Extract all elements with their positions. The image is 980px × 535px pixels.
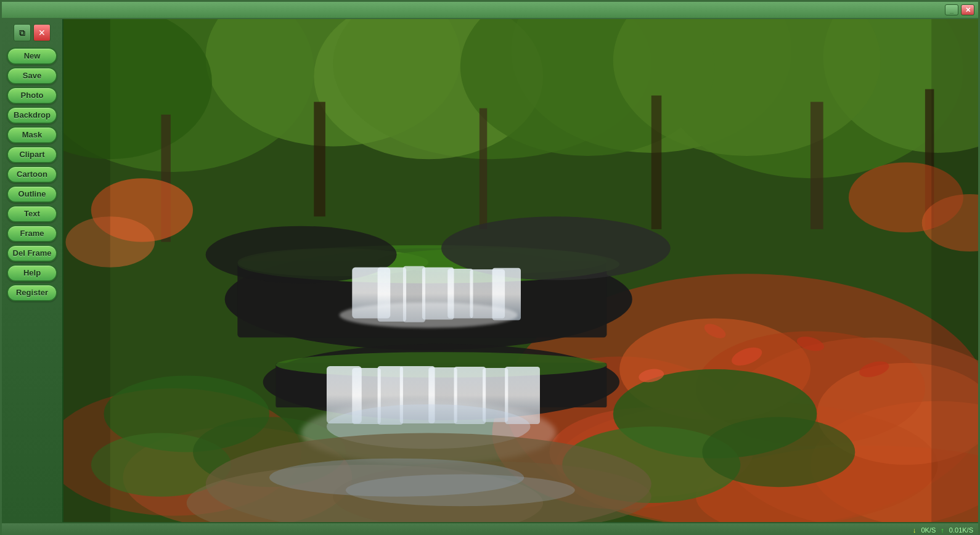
new-button[interactable]: New bbox=[7, 47, 57, 65]
svg-rect-15 bbox=[811, 102, 823, 229]
text-button[interactable]: Text bbox=[7, 205, 57, 223]
status-bar: ↓ 0K/S ↑ 0.01K/S bbox=[2, 522, 978, 535]
sidebar-icons: ⧉ ✕ bbox=[14, 24, 51, 41]
main-area: ⧉ ✕ New Save Photo Backdrop Mask Clipart… bbox=[2, 19, 978, 522]
copy-icon[interactable]: ⧉ bbox=[14, 24, 31, 41]
del-frame-button[interactable]: Del Frame bbox=[7, 245, 57, 262]
save-button[interactable]: Save bbox=[7, 67, 57, 84]
svg-point-41 bbox=[702, 417, 855, 488]
svg-rect-77 bbox=[63, 19, 110, 522]
svg-rect-78 bbox=[931, 19, 978, 522]
waterfall-scene bbox=[63, 19, 978, 522]
close-button[interactable]: ✕ bbox=[961, 4, 974, 15]
photo-display bbox=[63, 19, 978, 522]
frame-button[interactable]: Frame bbox=[7, 225, 57, 242]
cartoon-button[interactable]: Cartoon bbox=[7, 166, 57, 183]
upload-icon: ↑ bbox=[941, 526, 944, 534]
minimize-button[interactable]: _ bbox=[945, 4, 958, 15]
svg-rect-12 bbox=[314, 102, 325, 216]
svg-point-67 bbox=[346, 475, 575, 507]
help-button[interactable]: Help bbox=[7, 264, 57, 282]
backdrop-button[interactable]: Backdrop bbox=[7, 107, 57, 124]
clipart-button[interactable]: Clipart bbox=[7, 146, 57, 163]
register-button[interactable]: Register bbox=[7, 284, 57, 301]
close-red-icon[interactable]: ✕ bbox=[33, 24, 51, 41]
svg-rect-13 bbox=[480, 108, 487, 229]
window-frame: _ ✕ ⧉ ✕ New Save Photo Backdrop Mask Cli… bbox=[0, 0, 980, 535]
photo-button[interactable]: Photo bbox=[7, 87, 57, 104]
title-bar: _ ✕ bbox=[2, 2, 978, 19]
svg-rect-14 bbox=[651, 96, 662, 229]
outline-button[interactable]: Outline bbox=[7, 186, 57, 203]
download-icon: ↓ bbox=[913, 526, 917, 534]
mask-button[interactable]: Mask bbox=[7, 126, 57, 144]
svg-point-52 bbox=[340, 303, 518, 328]
upload-speed: 0.01K/S bbox=[949, 526, 973, 534]
download-speed: 0K/S bbox=[921, 526, 936, 534]
sidebar: ⧉ ✕ New Save Photo Backdrop Mask Clipart… bbox=[2, 19, 63, 522]
content-area: 🐦 0KB/s 📶 bbox=[63, 19, 978, 522]
